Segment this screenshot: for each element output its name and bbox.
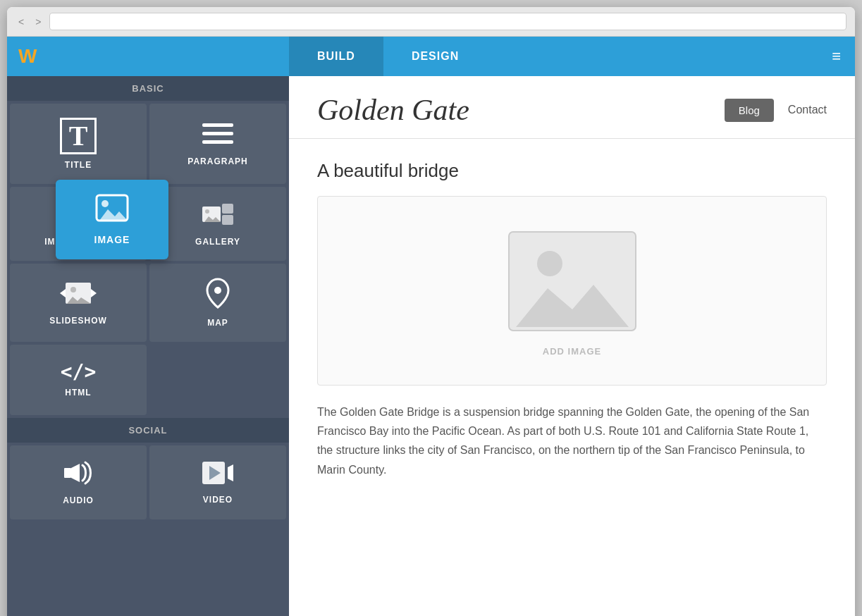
page-nav: Blog Contact <box>725 99 827 122</box>
page-nav-contact-link[interactable]: Contact <box>788 104 827 116</box>
app-container: W BUILD DESIGN ≡ BASIC T TITLE <box>7 37 855 616</box>
main-area: BASIC T TITLE <box>7 76 855 616</box>
tab-design[interactable]: DESIGN <box>383 37 487 76</box>
sidebar-item-title[interactable]: T TITLE <box>10 104 147 184</box>
sidebar-item-slideshow-label: SLIDESHOW <box>49 316 107 326</box>
sidebar-item-video-label: VIDEO <box>203 495 233 505</box>
svg-point-29 <box>537 251 562 276</box>
sidebar-social-grid: AUDIO VIDEO <box>7 443 289 522</box>
html-icon: </> <box>61 362 97 382</box>
browser-chrome: < > <box>7 7 855 37</box>
slideshow-icon <box>60 280 97 310</box>
svg-point-18 <box>70 287 76 292</box>
address-bar[interactable] <box>49 13 846 30</box>
paragraph-icon <box>202 122 233 151</box>
sidebar-item-html-label: HTML <box>65 388 91 398</box>
gallery-icon <box>202 201 233 231</box>
sidebar-item-paragraph[interactable]: PARAGRAPH <box>149 104 286 184</box>
image-placeholder-container[interactable]: ADD IMAGE <box>317 196 827 386</box>
sidebar: BASIC T TITLE <box>7 76 289 616</box>
sidebar-item-audio-label: AUDIO <box>63 495 94 505</box>
sidebar-item-gallery[interactable]: GALLERY <box>149 187 286 261</box>
add-image-label: ADD IMAGE <box>543 346 601 357</box>
top-nav-tabs: BUILD DESIGN <box>289 37 818 76</box>
page-site-title: Golden Gate <box>317 93 469 127</box>
sidebar-item-video[interactable]: VIDEO <box>149 445 286 519</box>
sidebar-item-audio[interactable]: AUDIO <box>10 445 147 519</box>
canvas-area: Golden Gate Blog Contact A beautiful bri… <box>289 76 855 616</box>
page-section-title: A beautiful bridge <box>317 160 827 182</box>
sidebar-section-social-label: SOCIAL <box>7 418 289 443</box>
map-icon <box>204 278 231 312</box>
video-icon <box>202 460 233 489</box>
svg-point-22 <box>214 287 221 294</box>
title-icon: T <box>60 118 97 154</box>
svg-rect-16 <box>222 215 233 225</box>
sidebar-item-map[interactable]: MAP <box>149 264 286 342</box>
image-tooltip-popup: IMAGE <box>56 180 168 259</box>
browser-forward-btn[interactable]: > <box>32 15 44 29</box>
page-body-text: The Golden Gate Bridge is a suspension b… <box>317 402 827 479</box>
svg-rect-1 <box>202 132 233 135</box>
sidebar-item-title-label: TITLE <box>65 160 92 170</box>
svg-rect-15 <box>222 204 233 214</box>
sidebar-item-html[interactable]: </> HTML <box>10 345 147 415</box>
page-nav-blog-btn[interactable]: Blog <box>725 99 774 122</box>
svg-marker-20 <box>60 289 66 297</box>
sidebar-item-slideshow[interactable]: SLIDESHOW <box>10 264 147 342</box>
sidebar-section-basic-label: BASIC <box>7 76 289 101</box>
sidebar-item-map-label: MAP <box>207 318 228 328</box>
page-header: Golden Gate Blog Contact <box>289 76 855 139</box>
sidebar-item-gallery-label: GALLERY <box>195 237 240 247</box>
image-placeholder-svg <box>502 225 643 338</box>
sidebar-item-paragraph-label: PARAGRAPH <box>187 156 247 166</box>
svg-point-10 <box>101 200 109 207</box>
svg-rect-2 <box>202 140 233 144</box>
svg-marker-24 <box>71 464 80 482</box>
tab-build[interactable]: BUILD <box>289 37 383 76</box>
browser-back-btn[interactable]: < <box>16 15 27 29</box>
tooltip-image-icon <box>95 194 129 228</box>
brand-logo-w: W <box>18 45 37 67</box>
tooltip-image-label: IMAGE <box>94 234 130 245</box>
sidebar-item-image-text[interactable]: IMAGE + TEXT IMAGE <box>10 187 147 261</box>
svg-rect-0 <box>202 123 233 127</box>
svg-point-13 <box>205 209 209 214</box>
svg-rect-23 <box>64 468 71 478</box>
page-content: A beautiful bridge ADD IMAGE The Golden … <box>289 139 855 500</box>
hamburger-menu-button[interactable]: ≡ <box>818 37 855 76</box>
sidebar-basic-grid: T TITLE PARAGRAPH <box>7 101 289 418</box>
top-nav: W BUILD DESIGN ≡ <box>7 37 855 76</box>
svg-marker-26 <box>228 464 233 481</box>
page-preview: Golden Gate Blog Contact A beautiful bri… <box>289 76 855 616</box>
browser-window: < > W BUILD DESIGN ≡ BASIC <box>7 7 855 616</box>
audio-icon <box>63 460 94 490</box>
svg-marker-11 <box>99 209 128 221</box>
svg-marker-21 <box>91 289 97 297</box>
brand-logo-button[interactable]: W <box>18 45 37 68</box>
top-nav-brand: W <box>7 45 289 68</box>
